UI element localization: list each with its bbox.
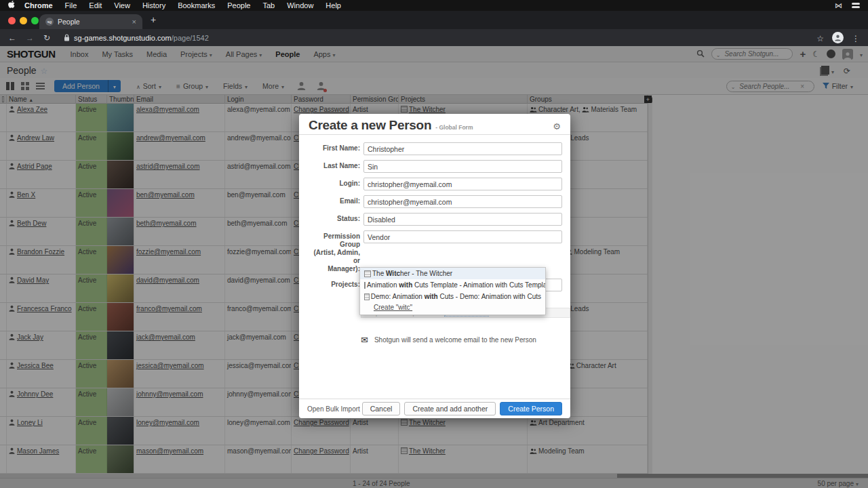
browser-menu-icon[interactable] [852,32,860,44]
menu-item-history[interactable]: History [136,1,172,9]
permission-group-field[interactable]: Vendor [363,230,562,243]
macos-menu-bar: Chrome File Edit View History Bookmarks … [0,0,868,11]
menu-item-chrome[interactable]: Chrome [18,1,59,9]
tab-title: People [58,18,80,26]
modal-footer: Open Bulk Import Cancel Create and add a… [299,399,570,418]
menu-item-bookmarks[interactable]: Bookmarks [172,1,221,9]
email-field[interactable]: christopher@myemail.com [363,195,562,208]
welcome-email-notice: Shotgun will send a welcome email to the… [361,335,536,345]
login-label: Login: [307,178,363,190]
autocomplete-create-row: Create "witc" [360,302,545,314]
lock-icon[interactable] [64,32,70,44]
menu-item-people[interactable]: People [221,1,256,9]
project-icon [364,282,366,289]
first-name-label: First Name: [307,142,363,155]
project-icon [364,270,371,277]
autocomplete-item[interactable]: Demo: Animation with Cuts - Demo: Animat… [360,291,545,302]
tab-favicon: sg [45,18,54,26]
menu-item-file[interactable]: File [59,1,83,9]
login-field[interactable]: christopher@myemail.com [363,178,562,190]
maximize-window-button[interactable] [31,17,39,24]
new-tab-button[interactable] [151,14,156,25]
reload-button[interactable] [43,33,50,43]
status-field[interactable]: Disabled [363,213,562,226]
menu-item-tab[interactable]: Tab [256,1,281,9]
gear-icon[interactable] [553,121,561,131]
browser-tab-strip: sg People [0,11,868,29]
url-text[interactable]: sg-games.shotgunstudio.com/page/1542 [74,34,209,42]
autocomplete-item[interactable]: The Witcher - The Witcher [360,268,545,279]
browser-url-bar: sg-games.shotgunstudio.com/page/1542 [0,29,868,46]
forward-button[interactable] [26,33,34,43]
minimize-window-button[interactable] [20,17,27,24]
first-name-field[interactable]: Christopher [363,142,562,155]
modal-subtitle: - Global Form [435,124,473,131]
menu-item-view[interactable]: View [108,1,136,9]
modal-title: Create a new Person [309,118,431,133]
screen-mirroring-icon[interactable] [835,1,842,10]
create-project-link[interactable]: Create "witc" [374,304,412,311]
envelope-icon [361,335,368,345]
menu-item-edit[interactable]: Edit [83,1,108,9]
create-person-modal: Create a new Person - Global Form First … [299,114,570,418]
back-button[interactable] [8,33,16,43]
open-bulk-import-link[interactable]: Open Bulk Import [307,405,360,413]
menu-item-window[interactable]: Window [281,1,319,9]
browser-profile-avatar[interactable] [832,32,844,43]
close-window-button[interactable] [8,17,16,24]
tab-close-icon[interactable] [132,18,136,26]
browser-tab[interactable]: sg People [39,14,142,29]
projects-label: Projects: [307,279,363,291]
permission-group-label: Permission Group (Artist, Admin, or Mana… [307,230,363,273]
cancel-button[interactable]: Cancel [362,402,401,415]
create-person-button[interactable]: Create Person [500,402,562,415]
project-icon [364,293,370,300]
email-label: Email: [307,195,363,208]
create-and-add-another-button[interactable]: Create and add another [404,402,496,415]
status-label: Status: [307,213,363,226]
bookmark-star-icon[interactable] [816,32,824,44]
projects-autocomplete-dropdown: The Witcher - The Witcher Animation with… [359,267,546,315]
menu-item-help[interactable]: Help [319,1,347,9]
control-center-icon[interactable] [852,3,860,8]
autocomplete-item[interactable]: Animation with Cuts Template - Animation… [360,279,545,291]
apple-menu-icon[interactable] [8,1,16,11]
last-name-label: Last Name: [307,160,363,173]
modal-header: Create a new Person - Global Form [299,114,570,135]
last-name-field[interactable]: Sin [363,160,562,173]
